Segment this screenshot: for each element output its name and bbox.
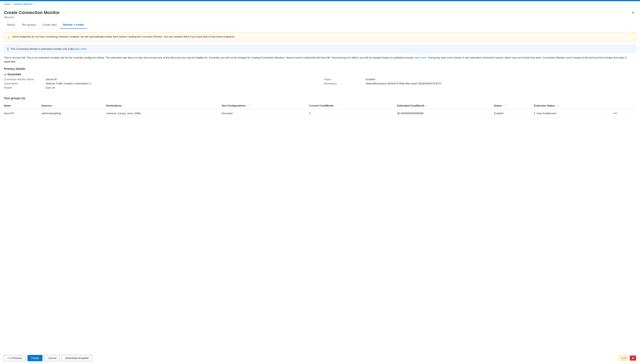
error-close-icon: ✕ <box>632 356 634 360</box>
col-header-destinations[interactable]: Destinations ↑↓ <box>106 102 222 109</box>
col-header-currentcost[interactable]: Current Cost/Month ↑↓ <box>309 102 397 109</box>
cell-name: DemoTG <box>4 109 42 118</box>
warning-notification[interactable]: ⚠ 7 <box>619 355 628 361</box>
tab-test-groups[interactable]: Test groups <box>18 22 39 29</box>
description-text: This is not your bill. This is an estima… <box>4 56 636 64</box>
essentials-label-subscription: Subscription <box>4 82 44 85</box>
cell-sources: aahilvnet(aahilrg) <box>42 109 106 118</box>
info-banner: ℹ This Connection Monitor's estimated mo… <box>4 45 636 53</box>
essentials-label: Essentials <box>8 73 21 76</box>
warning-notif-icon: ⚠ <box>621 356 624 360</box>
breadcrumb: Home > Network Watcher > <box>0 1 640 7</box>
warning-text: Some endpoints do not have monitoring ex… <box>12 35 235 38</box>
cell-currentcost: 0 <box>309 109 397 118</box>
essentials-grid: Connection Monitor Name : DemoCM Status … <box>4 78 636 92</box>
footer: << Previous Create Cancel Download templ… <box>0 352 640 364</box>
info-text: This Connection Monitor's estimated mont… <box>10 48 86 50</box>
breadcrumb-network-watcher[interactable]: Network Watcher <box>14 3 32 6</box>
essentials-row-status: Status : Enabled <box>324 78 636 81</box>
essentials-row-name: Connection Monitor Name : DemoCM <box>4 78 316 81</box>
subtitle: Microsoft <box>4 16 636 19</box>
essentials-value-name: DemoCM <box>46 78 57 81</box>
row-actions-button[interactable]: ••• <box>612 111 618 116</box>
col-header-sources[interactable]: Sources ↑↓ <box>42 102 106 109</box>
footer-notifications: ⚠ 7 ✕ <box>619 355 636 361</box>
ellipsis-button[interactable]: ... <box>62 10 67 15</box>
learn-more-link-2[interactable]: Learn more, <box>414 56 427 59</box>
warning-icon: ⚠ <box>7 35 10 39</box>
page-title: Create Connection Monitor <box>4 10 60 15</box>
cell-estimatedcost: $0.8999999999999999 <box>397 109 494 118</box>
breadcrumb-sep1: > <box>12 3 13 6</box>
content-area: ⚠ Some endpoints do not have monitoring … <box>0 29 640 352</box>
cell-status: Enabled <box>494 109 534 118</box>
cell-row-actions: ••• <box>612 109 636 118</box>
sort-icon-testconfigs: ↑↓ <box>247 105 249 107</box>
close-button[interactable]: ✕ <box>630 10 636 16</box>
previous-button[interactable]: << Previous <box>4 355 26 361</box>
essentials-row-region: Region : East US <box>4 86 316 89</box>
essentials-row-subscription: Subscription : Network Traffic Analytics… <box>4 82 316 85</box>
cancel-button[interactable]: Cancel <box>44 355 60 361</box>
essentials-label-region: Region <box>4 86 44 89</box>
col-header-estimatedcost[interactable]: Estimated Cost/Month ↑↓ <box>397 102 494 109</box>
sort-icon-status: ↑↓ <box>503 105 505 107</box>
download-template-button[interactable]: Download template <box>62 355 92 361</box>
warning-notif-count: 7 <box>624 357 626 360</box>
sort-icon-extensionstatus: ↑↓ <box>556 105 558 107</box>
primary-details-heading: Primary details <box>4 67 636 70</box>
test-groups-heading: Test groups (1) <box>4 96 636 100</box>
col-header-name[interactable]: Name <box>4 102 42 109</box>
tabs: Basics Test groups Create alert Review +… <box>4 22 636 29</box>
essentials-header[interactable]: ▲ Essentials <box>4 73 636 76</box>
warning-banner: ⚠ Some endpoints do not have monitoring … <box>4 32 636 42</box>
tab-create-alert[interactable]: Create alert <box>39 22 60 29</box>
sort-icon-currentcost: ↑↓ <box>335 105 337 107</box>
chevron-up-icon: ▲ <box>4 73 6 76</box>
essentials-value-subscription: Network Traffic Analytics Subscription 3 <box>46 82 91 85</box>
sort-icon-estimatedcost: ↑↓ <box>426 105 428 107</box>
test-groups-table: Name Sources ↑↓ Destinations ↑↓ Test Con… <box>4 102 636 118</box>
table-header-row: Name Sources ↑↓ Destinations ↑↓ Test Con… <box>4 102 636 109</box>
sort-icon-sources: ↑↓ <box>53 105 55 107</box>
main-header: Create Connection Monitor ... ✕ Microsof… <box>0 7 640 29</box>
col-header-extensionstatus[interactable]: Extension Status ↑↓ <box>534 102 612 109</box>
cell-destinations: Animesh_Canary_Vnet_ANM(… <box>106 109 222 118</box>
essentials-value-workspace: DefaultWorkspace-af15e575-f948-49ac-bce0… <box>366 82 441 85</box>
sort-icon-destinations: ↑↓ <box>123 105 125 107</box>
tab-review-create[interactable]: Review + create <box>60 22 87 29</box>
essentials-value-status: Enabled <box>366 78 375 81</box>
info-icon: ℹ <box>7 47 8 51</box>
col-header-testconfigs[interactable]: Test Configurations ↑↓ <box>222 102 309 109</box>
col-header-status[interactable]: Status ↑↓ <box>494 102 534 109</box>
create-button[interactable]: Create <box>28 355 42 361</box>
breadcrumb-sep2: > <box>34 3 35 6</box>
cell-testconfigs: Demotest <box>222 109 309 118</box>
cell-extensionstatus: ℹ Auto Enablement <box>534 109 612 118</box>
tab-basics[interactable]: Basics <box>4 22 18 29</box>
essentials-value-region: East US <box>46 86 55 89</box>
auto-enable-label: Auto Enablement <box>536 112 556 115</box>
essentials-label-status: Status <box>324 78 364 81</box>
essentials-row-workspace: Workspace : DefaultWorkspace-af15e575-f9… <box>324 82 636 85</box>
breadcrumb-home[interactable]: Home <box>4 3 10 6</box>
auto-enable-info-icon: ℹ <box>534 112 535 115</box>
essentials-label-name: Connection Monitor Name <box>4 78 44 81</box>
error-notification[interactable]: ✕ <box>630 356 636 361</box>
learn-more-link-1[interactable]: Learn more <box>73 48 86 50</box>
essentials-label-workspace: Workspace <box>324 82 364 85</box>
col-header-actions <box>612 102 636 109</box>
table-row: DemoTG aahilvnet(aahilrg) Animesh_Canary… <box>4 109 636 118</box>
